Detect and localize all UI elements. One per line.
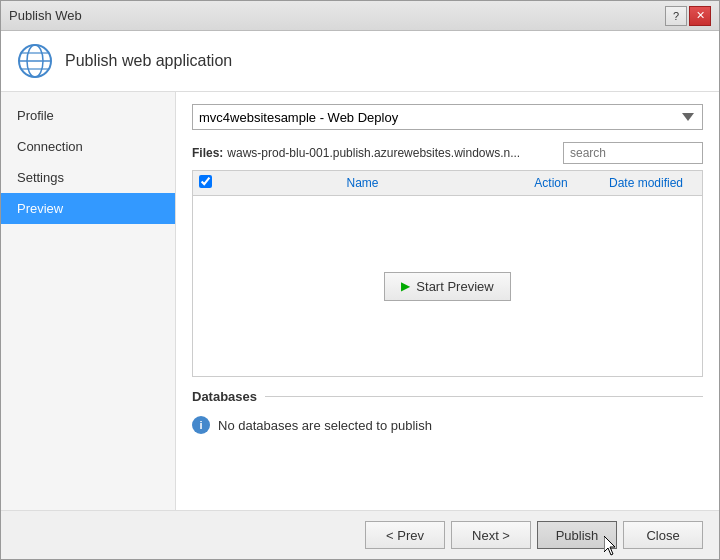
title-buttons: ? ✕ bbox=[665, 6, 711, 26]
databases-header: Databases bbox=[192, 389, 703, 404]
dialog-footer: < Prev Next > Publish Close bbox=[1, 510, 719, 559]
start-preview-label: Start Preview bbox=[416, 279, 493, 294]
header-title: Publish web application bbox=[65, 52, 232, 70]
prev-button[interactable]: < Prev bbox=[365, 521, 445, 549]
files-path: waws-prod-blu-001.publish.azurewebsites.… bbox=[227, 146, 520, 160]
col-name-header: Name bbox=[219, 176, 506, 190]
databases-section: Databases i No databases are selected to… bbox=[192, 389, 703, 438]
databases-info-text: No databases are selected to publish bbox=[218, 418, 432, 433]
info-icon: i bbox=[192, 416, 210, 434]
dialog-body: Profile Connection Settings Preview mvc4… bbox=[1, 92, 719, 510]
content-area: mvc4websitesample - Web Deploy Files: wa… bbox=[176, 92, 719, 510]
dialog-title: Publish Web bbox=[9, 8, 82, 23]
sidebar-item-preview[interactable]: Preview bbox=[1, 193, 175, 224]
select-all-checkbox[interactable] bbox=[199, 175, 219, 191]
close-footer-button[interactable]: Close bbox=[623, 521, 703, 549]
dialog-header: Publish web application bbox=[1, 31, 719, 92]
table-header: Name Action Date modified bbox=[193, 171, 702, 196]
next-button[interactable]: Next > bbox=[451, 521, 531, 549]
sidebar-item-profile[interactable]: Profile bbox=[1, 100, 175, 131]
publish-button[interactable]: Publish bbox=[537, 521, 617, 549]
col-date-header: Date modified bbox=[596, 176, 696, 190]
databases-info: i No databases are selected to publish bbox=[192, 412, 703, 438]
files-label: Files: bbox=[192, 146, 223, 160]
publish-web-dialog: Publish Web ? ✕ Publish web application … bbox=[0, 0, 720, 560]
profile-select[interactable]: mvc4websitesample - Web Deploy bbox=[192, 104, 703, 130]
table-body: ▶ Start Preview bbox=[193, 196, 702, 376]
col-action-header: Action bbox=[506, 176, 596, 190]
preview-table: Name Action Date modified ▶ Start Previe… bbox=[192, 170, 703, 377]
title-bar-left: Publish Web bbox=[9, 8, 82, 23]
files-search-input[interactable] bbox=[563, 142, 703, 164]
databases-title: Databases bbox=[192, 389, 257, 404]
close-title-button[interactable]: ✕ bbox=[689, 6, 711, 26]
sidebar-item-connection[interactable]: Connection bbox=[1, 131, 175, 162]
title-bar: Publish Web ? ✕ bbox=[1, 1, 719, 31]
help-button[interactable]: ? bbox=[665, 6, 687, 26]
play-icon: ▶ bbox=[401, 279, 410, 293]
databases-divider bbox=[265, 396, 703, 397]
profile-row: mvc4websitesample - Web Deploy bbox=[192, 104, 703, 130]
start-preview-button[interactable]: ▶ Start Preview bbox=[384, 272, 510, 301]
globe-icon bbox=[17, 43, 53, 79]
files-row: Files: waws-prod-blu-001.publish.azurewe… bbox=[192, 142, 703, 164]
sidebar: Profile Connection Settings Preview bbox=[1, 92, 176, 510]
sidebar-item-settings[interactable]: Settings bbox=[1, 162, 175, 193]
